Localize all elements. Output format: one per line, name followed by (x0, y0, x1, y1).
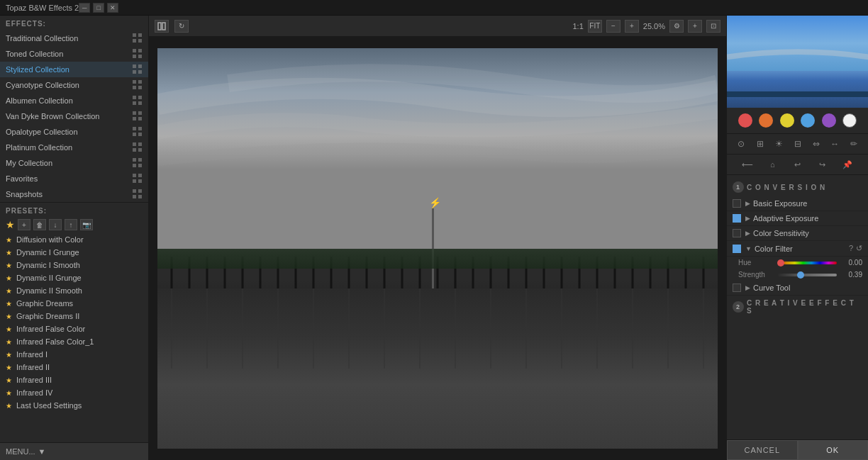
reset-icon[interactable]: ↺ (856, 244, 862, 253)
basic-exposure-row[interactable]: ▶ Basic Exposure (727, 196, 868, 211)
color-sensitivity-checkbox[interactable] (733, 229, 741, 237)
preset-item[interactable]: ★Graphic Dreams (0, 297, 148, 310)
collection-item-toned[interactable]: Toned Collection (0, 46, 148, 62)
collection-item-albumen[interactable]: Albumen Collection (0, 93, 148, 108)
adaptive-exposure-checkbox[interactable] (733, 214, 741, 223)
collection-item-opalotype[interactable]: Opalotype Collection (0, 124, 148, 140)
import-preset-button[interactable]: ↓ (49, 219, 62, 230)
add-preset-button[interactable]: + (18, 219, 30, 230)
maximize-button[interactable]: □ (93, 3, 104, 13)
settings-button[interactable]: ⚙ (669, 20, 684, 33)
grid-icon (133, 64, 143, 74)
undo-button[interactable]: ↩ (790, 157, 804, 172)
color-swatch-blue[interactable] (801, 113, 815, 128)
preset-item[interactable]: ★Graphic Dreams II (0, 310, 148, 322)
presets-toolbar: ★ + 🗑 ↓ ↑ 📷 (0, 218, 148, 233)
preset-item[interactable]: ★Infrared IV (0, 386, 148, 399)
zoom-out-button[interactable]: − (606, 20, 621, 33)
refresh-button[interactable]: ↻ (174, 20, 189, 33)
delete-preset-button[interactable]: 🗑 (33, 219, 46, 230)
section-conversion-header: 1 C O N V E R S I O N (727, 178, 868, 196)
sun-icon[interactable]: ☀ (772, 137, 786, 151)
presets-header: PRESETS: (0, 203, 148, 218)
preset-item[interactable]: ★Dynamic II Grunge (0, 271, 148, 284)
color-filter-label[interactable]: ▼ Color Filter (745, 245, 845, 253)
collections-list: Traditional Collection Toned Collection … (0, 30, 148, 202)
pin-button[interactable]: 📌 (840, 157, 855, 172)
preset-item[interactable]: ★Infrared III (0, 374, 148, 386)
strength-slider[interactable] (778, 274, 837, 276)
color-swatch-yellow[interactable] (780, 113, 794, 128)
ok-button[interactable]: OK (798, 440, 869, 460)
add-button[interactable]: + (688, 20, 702, 33)
home-button[interactable]: ⌂ (765, 157, 779, 172)
menu-arrow-icon: ▼ (38, 447, 46, 456)
help-icon[interactable]: ? (849, 244, 853, 253)
preset-item[interactable]: ★Dynamic II Smooth (0, 284, 148, 297)
grid-icon (133, 111, 143, 121)
color-swatch-purple[interactable] (822, 113, 836, 128)
adaptive-exposure-row[interactable]: ▶ Adaptive Exposure (727, 211, 868, 226)
crop-icon[interactable]: ⊞ (753, 137, 767, 151)
curve-tool-label[interactable]: ▶ Curve Tool (745, 284, 862, 292)
minimize-button[interactable]: ─ (79, 3, 90, 13)
presets-list: ★Diffusion with Color ★Dynamic I Grunge … (0, 233, 148, 442)
zoom-in-button[interactable]: + (625, 20, 639, 33)
preset-item[interactable]: ★Dynamic I Grunge (0, 246, 148, 259)
fullscreen-button[interactable]: ⊡ (706, 20, 720, 33)
cancel-button[interactable]: CANCEL (727, 440, 798, 460)
color-swatch-orange[interactable] (759, 113, 773, 128)
hue-slider[interactable] (778, 262, 837, 264)
collection-item-mycollection[interactable]: My Collection (0, 155, 148, 171)
bottom-buttons: CANCEL OK (727, 439, 868, 460)
color-swatch-red[interactable] (738, 113, 752, 128)
pencil-icon[interactable]: ✏ (847, 137, 861, 151)
back-button[interactable]: ⟵ (740, 157, 755, 172)
preset-item[interactable]: ★Dynamic I Smooth (0, 259, 148, 271)
color-sensitivity-row[interactable]: ▶ Color Sensitivity (727, 226, 868, 241)
color-swatch-white[interactable] (842, 113, 857, 128)
arrow-icon[interactable]: ↔ (828, 137, 842, 151)
grid-icon (133, 142, 143, 152)
preset-item[interactable]: ★Infrared II (0, 361, 148, 374)
collection-item-traditional[interactable]: Traditional Collection (0, 30, 148, 46)
collection-item-vandyke[interactable]: Van Dyke Brown Collection (0, 108, 148, 124)
collection-item-platinum[interactable]: Platinum Collection (0, 140, 148, 155)
zoom-fit-button[interactable]: FIT (588, 20, 602, 33)
collection-item-snapshots[interactable]: Snapshots (0, 186, 148, 202)
export-preset-button[interactable]: ↑ (65, 219, 77, 230)
preset-item[interactable]: ★Diffusion with Color (0, 233, 148, 246)
color-swatches (727, 108, 868, 134)
compare-button[interactable] (155, 20, 169, 33)
eyedropper-icon[interactable]: ⊙ (734, 137, 748, 151)
camera-preset-button[interactable]: 📷 (80, 219, 93, 230)
grid-icon (133, 96, 143, 106)
adaptive-exposure-label[interactable]: ▶ Adaptive Exposure (745, 214, 862, 223)
zoom-controls: 1:1 FIT − + 25.0% ⚙ + ⊡ (573, 20, 721, 33)
collection-item-stylized[interactable]: Stylized Collection (0, 62, 148, 77)
close-button[interactable]: ✕ (107, 3, 118, 13)
color-filter-row[interactable]: ▼ Color Filter ? ↺ (727, 241, 868, 257)
color-filter-checkbox[interactable] (733, 245, 741, 253)
curve-tool-row[interactable]: ▶ Curve Tool (727, 281, 868, 296)
grid-icon (133, 49, 143, 59)
app-title: Topaz B&W Effects 2 (6, 4, 79, 12)
preset-item[interactable]: ★Infrared False Color_1 (0, 335, 148, 348)
preset-item[interactable]: ★Last Used Settings (0, 399, 148, 412)
basic-exposure-label[interactable]: ▶ Basic Exposure (745, 199, 862, 208)
preset-item[interactable]: ★Infrared False Color (0, 322, 148, 335)
grid-tool-icon[interactable]: ⊟ (791, 137, 805, 151)
color-sensitivity-label[interactable]: ▶ Color Sensitivity (745, 229, 862, 237)
basic-exposure-checkbox[interactable] (733, 199, 741, 208)
collection-item-cyanotype[interactable]: Cyanotype Collection (0, 77, 148, 93)
preset-item[interactable]: ★Infrared I (0, 348, 148, 361)
redo-button[interactable]: ↪ (816, 157, 830, 172)
main-canvas-image: ⚡ (157, 48, 718, 449)
menu-button[interactable]: MENU... ▼ (0, 442, 148, 460)
collection-item-favorites[interactable]: Favorites (0, 171, 148, 186)
curve-tool-checkbox[interactable] (733, 284, 741, 292)
canvas-image-area[interactable]: ⚡ (149, 37, 726, 460)
star-filter-button[interactable]: ★ (6, 219, 15, 230)
resize-icon[interactable]: ⇔ (809, 137, 823, 151)
section-creative-header: 2 C R E A T I V E E F F E C T S (727, 296, 868, 318)
